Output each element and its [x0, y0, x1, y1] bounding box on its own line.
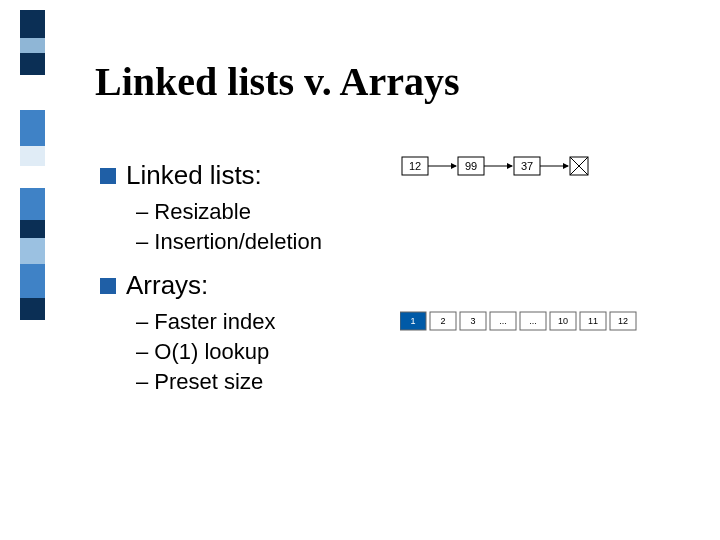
array-cell-value: 2: [440, 316, 445, 326]
left-edge-decoration: [0, 0, 50, 540]
ll-node-value: 99: [465, 160, 477, 172]
list-item: – Preset size: [136, 367, 660, 397]
section-heading: Linked lists:: [126, 160, 262, 191]
array-cell-value: ...: [529, 316, 537, 326]
slide-content: Linked lists: – Resizable – Insertion/de…: [100, 150, 660, 410]
list-item: – O(1) lookup: [136, 337, 660, 367]
list-item: – Insertion/deletion: [136, 227, 660, 257]
bullet-icon: [100, 278, 116, 294]
ll-node-value: 37: [521, 160, 533, 172]
svg-rect-2: [20, 53, 45, 75]
list-item-text: Resizable: [154, 199, 251, 224]
slide-title: Linked lists v. Arrays: [95, 58, 460, 105]
linked-lists-points: – Resizable – Insertion/deletion: [136, 197, 660, 256]
array-cell-value: 12: [618, 316, 628, 326]
list-item-text: Insertion/deletion: [154, 229, 322, 254]
array-cell-value: 3: [470, 316, 475, 326]
list-item-text: Preset size: [154, 369, 263, 394]
array-cell-value: 1: [410, 316, 415, 326]
array-cell-value: 11: [588, 316, 598, 326]
array-diagram: 1 2 3 ... ... 10 11 12: [400, 310, 660, 334]
svg-rect-5: [20, 188, 45, 224]
ll-node-value: 12: [409, 160, 421, 172]
array-cell-value: ...: [499, 316, 507, 326]
svg-rect-9: [20, 298, 45, 320]
list-item-text: O(1) lookup: [154, 339, 269, 364]
svg-rect-4: [20, 146, 45, 166]
list-item: – Resizable: [136, 197, 660, 227]
list-item-text: Faster index: [154, 309, 275, 334]
linked-list-diagram: 12 99 37: [400, 152, 620, 182]
svg-rect-3: [20, 110, 45, 146]
svg-rect-7: [20, 238, 45, 264]
array-cell-value: 10: [558, 316, 568, 326]
bullet-icon: [100, 168, 116, 184]
svg-rect-0: [20, 10, 45, 38]
svg-rect-8: [20, 264, 45, 300]
svg-rect-6: [20, 220, 45, 238]
section-arrays: Arrays:: [100, 270, 660, 301]
section-heading: Arrays:: [126, 270, 208, 301]
